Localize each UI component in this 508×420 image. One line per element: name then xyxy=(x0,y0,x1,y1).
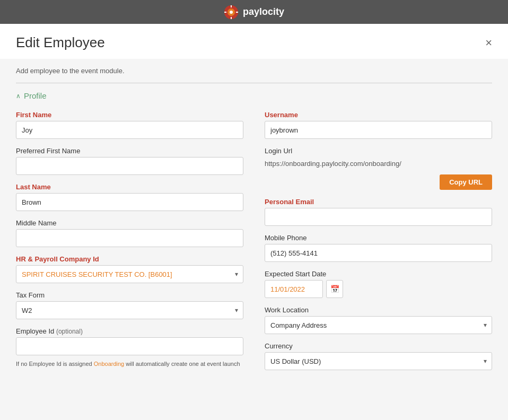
expected-start-label: Expected Start Date xyxy=(265,270,492,278)
expected-start-group: Expected Start Date 📅 xyxy=(265,270,492,298)
username-input[interactable] xyxy=(265,121,492,139)
work-location-group: Work Location Company Address ▾ xyxy=(265,306,492,334)
logo-container: paylocity xyxy=(224,5,284,20)
profile-section-label: Profile xyxy=(24,91,47,100)
modal-body: Add employee to the event module. ∧ Prof… xyxy=(0,59,508,420)
middle-name-label: Middle Name xyxy=(16,219,243,227)
calendar-button[interactable]: 📅 xyxy=(326,280,343,298)
currency-label: Currency xyxy=(265,342,492,350)
currency-select[interactable]: US Dollar (USD) xyxy=(265,352,492,370)
tax-form-label: Tax Form xyxy=(16,291,243,299)
preferred-first-name-input[interactable] xyxy=(16,157,243,175)
preferred-first-name-label: Preferred First Name xyxy=(16,147,243,155)
employee-id-group: Employee Id (optional) If no Employee Id… xyxy=(16,327,243,369)
mobile-phone-group: Mobile Phone xyxy=(265,234,492,262)
personal-email-input[interactable] xyxy=(265,208,492,226)
hr-company-select-wrapper: SPIRIT CRUISES SECURITY TEST CO. [B6001]… xyxy=(16,265,243,283)
username-group: Username xyxy=(265,111,492,139)
login-url-label: Login Url xyxy=(265,147,492,155)
date-input-wrapper: 📅 xyxy=(265,280,492,298)
employee-id-input[interactable] xyxy=(16,337,243,355)
login-url-group: Login Url https://onboarding.paylocity.c… xyxy=(265,147,492,190)
tax-form-group: Tax Form W2 ▾ xyxy=(16,291,243,319)
currency-group: Currency US Dollar (USD) ▾ xyxy=(265,342,492,370)
currency-select-wrapper: US Dollar (USD) ▾ xyxy=(265,352,492,370)
calendar-icon: 📅 xyxy=(330,285,339,293)
first-name-label: First Name xyxy=(16,111,243,119)
mobile-phone-label: Mobile Phone xyxy=(265,234,492,242)
form-left-column: First Name Preferred First Name Last Nam… xyxy=(16,111,243,370)
last-name-label: Last Name xyxy=(16,183,243,191)
last-name-input[interactable] xyxy=(16,193,243,211)
personal-email-label: Personal Email xyxy=(265,198,492,206)
middle-name-input[interactable] xyxy=(16,229,243,247)
svg-point-2 xyxy=(230,11,233,14)
work-location-select[interactable]: Company Address xyxy=(265,316,492,334)
hr-company-group: HR & Payroll Company Id SPIRIT CRUISES S… xyxy=(16,255,243,283)
first-name-group: First Name xyxy=(16,111,243,139)
hr-company-select[interactable]: SPIRIT CRUISES SECURITY TEST CO. [B6001] xyxy=(16,265,243,283)
helper-text: Add employee to the event module. xyxy=(16,59,492,80)
employee-id-label: Employee Id (optional) xyxy=(16,327,243,335)
mobile-phone-input[interactable] xyxy=(265,244,492,262)
tax-form-select[interactable]: W2 xyxy=(16,301,243,319)
work-location-select-wrapper: Company Address ▾ xyxy=(265,316,492,334)
employee-id-optional-text: (optional) xyxy=(56,328,83,335)
middle-name-group: Middle Name xyxy=(16,219,243,247)
edit-employee-modal: Edit Employee × Add employee to the even… xyxy=(0,24,508,420)
first-name-input[interactable] xyxy=(16,121,243,139)
preferred-first-name-group: Preferred First Name xyxy=(16,147,243,175)
work-location-label: Work Location xyxy=(265,306,492,314)
modal-title: Edit Employee xyxy=(16,34,105,51)
form-grid: First Name Preferred First Name Last Nam… xyxy=(16,111,492,370)
copy-url-button[interactable]: Copy URL xyxy=(440,174,492,190)
section-divider xyxy=(16,83,492,83)
tax-form-select-wrapper: W2 ▾ xyxy=(16,301,243,319)
login-url-value: https://onboarding.paylocity.com/onboard… xyxy=(265,157,492,170)
last-name-group: Last Name xyxy=(16,183,243,211)
username-label: Username xyxy=(265,111,492,119)
hr-company-label: HR & Payroll Company Id xyxy=(16,255,243,263)
modal-header: Edit Employee × xyxy=(0,24,508,59)
employee-id-hint: If no Employee Id is assigned Onboarding… xyxy=(16,360,243,369)
paylocity-logo-icon xyxy=(224,5,239,20)
top-bar: paylocity xyxy=(0,0,508,24)
expected-start-input[interactable] xyxy=(265,280,323,298)
close-button[interactable]: × xyxy=(485,37,492,49)
logo-text: paylocity xyxy=(243,6,284,18)
personal-email-group: Personal Email xyxy=(265,198,492,226)
profile-section-header[interactable]: ∧ Profile xyxy=(16,91,492,100)
section-toggle-icon: ∧ xyxy=(16,92,21,100)
onboarding-link[interactable]: Onboarding xyxy=(94,361,125,367)
form-right-column: Username Login Url https://onboarding.pa… xyxy=(265,111,492,370)
